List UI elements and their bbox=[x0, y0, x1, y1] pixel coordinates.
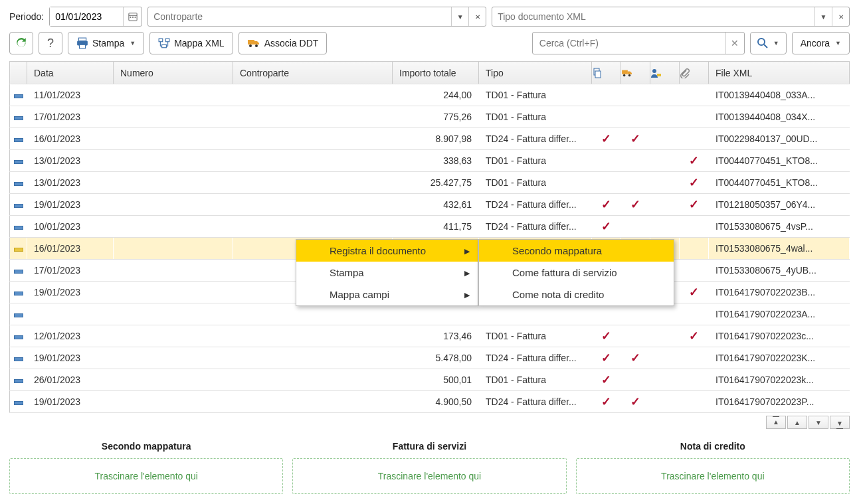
search-input[interactable] bbox=[533, 33, 725, 54]
check-icon: ✓ bbox=[601, 220, 611, 233]
tipodoc-input[interactable] bbox=[492, 7, 814, 26]
nav-last-button[interactable]: ▼ bbox=[830, 416, 850, 429]
periodo-date-field[interactable] bbox=[49, 7, 142, 27]
dropzone-nota[interactable]: Trascinare l'elemento qui bbox=[576, 458, 850, 494]
cell-file: IT016417907022023k... bbox=[709, 369, 850, 391]
periodo-date-input[interactable] bbox=[50, 7, 123, 26]
col-file[interactable]: File XML bbox=[709, 62, 850, 84]
search-icon bbox=[757, 38, 768, 48]
calendar-icon[interactable] bbox=[123, 7, 142, 26]
printer-icon bbox=[76, 37, 88, 49]
associa-ddt-button[interactable]: Associa DDT bbox=[239, 32, 328, 54]
menu-registra-documento[interactable]: Registra il documento ▶ bbox=[296, 240, 478, 262]
row-handle[interactable] bbox=[10, 369, 27, 391]
col-tipo[interactable]: Tipo bbox=[479, 62, 592, 84]
check-icon: ✓ bbox=[630, 198, 640, 211]
nav-first-button[interactable]: ▲ bbox=[766, 416, 786, 429]
cell-file: IT00229840137_00UD... bbox=[709, 128, 850, 150]
row-handle[interactable] bbox=[10, 106, 27, 128]
table-row[interactable]: 11/01/2023244,00TD01 - FatturaIT00139440… bbox=[10, 84, 850, 106]
check-icon: ✓ bbox=[689, 154, 699, 167]
row-handle[interactable] bbox=[10, 194, 27, 216]
table-row[interactable]: 19/01/20235.478,00TD24 - Fattura differ.… bbox=[10, 347, 850, 369]
row-handle[interactable] bbox=[10, 238, 27, 260]
cell-icon-1: ✓ bbox=[592, 347, 621, 369]
controparte-dropdown-icon[interactable]: ▼ bbox=[451, 7, 468, 26]
controparte-input[interactable] bbox=[148, 7, 451, 26]
cell-file: IT00440770451_KTO8... bbox=[709, 172, 850, 194]
row-handle[interactable] bbox=[10, 325, 27, 347]
table-row[interactable]: 26/01/2023500,01TD01 - Fattura✓IT0164179… bbox=[10, 369, 850, 391]
nav-next-button[interactable]: ▼ bbox=[809, 416, 828, 429]
svg-rect-2 bbox=[130, 17, 131, 18]
row-handle[interactable] bbox=[10, 260, 27, 282]
row-handle[interactable] bbox=[10, 128, 27, 150]
menu-stampa[interactable]: Stampa ▶ bbox=[296, 262, 478, 284]
tipodoc-clear-icon[interactable]: ✕ bbox=[832, 7, 849, 26]
cell-icon-3 bbox=[650, 303, 680, 325]
mappa-xml-button[interactable]: Mappa XML bbox=[149, 32, 233, 54]
search-field[interactable]: ✕ bbox=[532, 32, 745, 54]
cell-tipo: TD01 - Fattura bbox=[479, 150, 592, 172]
row-handle[interactable] bbox=[10, 282, 27, 303]
cell-tipo: TD24 - Fattura differ... bbox=[479, 347, 592, 369]
help-button[interactable]: ? bbox=[39, 32, 62, 54]
col-icon-4[interactable] bbox=[680, 62, 709, 84]
submenu-fattura-servizio[interactable]: Come fattura di servizio bbox=[479, 262, 674, 284]
cell-importo: 25.427,75 bbox=[393, 172, 479, 194]
cell-importo: 4.900,50 bbox=[393, 391, 479, 413]
menu-mappa-campi[interactable]: Mappa campi ▶ bbox=[296, 284, 478, 305]
dropzone-fattura[interactable]: Trascinare l'elemento qui bbox=[292, 458, 566, 494]
dropzone-secondo[interactable]: Trascinare l'elemento qui bbox=[9, 458, 283, 494]
triangle-up-bar-icon: ▲ bbox=[773, 418, 779, 426]
controparte-combo[interactable]: ▼ ✕ bbox=[147, 7, 486, 27]
refresh-button[interactable] bbox=[9, 32, 33, 54]
table-row[interactable]: 13/01/202325.427,75TD01 - Fattura✓IT0044… bbox=[10, 172, 850, 194]
nav-prev-button[interactable]: ▲ bbox=[787, 416, 807, 429]
col-icon-1[interactable] bbox=[592, 62, 621, 84]
col-icon-3[interactable] bbox=[650, 62, 680, 84]
col-icon-2[interactable] bbox=[621, 62, 650, 84]
row-handle[interactable] bbox=[10, 391, 27, 413]
row-handle[interactable] bbox=[10, 347, 27, 369]
col-controparte[interactable]: Controparte bbox=[233, 62, 393, 84]
tipodoc-combo[interactable]: ▼ ✕ bbox=[492, 7, 850, 27]
row-handle[interactable] bbox=[10, 303, 27, 325]
table-row[interactable]: 19/01/20234.900,50TD24 - Fattura differ.… bbox=[10, 391, 850, 413]
search-button[interactable]: ▼ bbox=[750, 32, 787, 54]
triangle-up-icon: ▲ bbox=[794, 419, 801, 426]
row-handle[interactable] bbox=[10, 172, 27, 194]
svg-rect-8 bbox=[159, 39, 163, 42]
col-numero[interactable]: Numero bbox=[114, 62, 233, 84]
cell-numero bbox=[114, 84, 233, 106]
search-clear-icon[interactable]: ✕ bbox=[725, 33, 744, 54]
col-data[interactable]: Data bbox=[27, 62, 114, 84]
row-handle[interactable] bbox=[10, 216, 27, 238]
cell-icon-4 bbox=[680, 238, 709, 260]
row-handle[interactable] bbox=[10, 150, 27, 172]
stampa-button[interactable]: Stampa ▼ bbox=[68, 32, 144, 54]
submenu-nota-credito[interactable]: Come nota di credito bbox=[479, 284, 674, 305]
submenu-secondo-mappatura[interactable]: Secondo mappatura bbox=[479, 240, 674, 262]
paperclip-icon bbox=[680, 68, 708, 78]
table-row[interactable]: 10/01/2023411,75TD24 - Fattura differ...… bbox=[10, 216, 850, 238]
cell-controparte bbox=[233, 216, 393, 238]
row-handle[interactable] bbox=[10, 84, 27, 106]
table-row[interactable]: 19/01/2023432,61TD24 - Fattura differ...… bbox=[10, 194, 850, 216]
table-row[interactable]: 16/01/20238.907,98TD24 - Fattura differ.… bbox=[10, 128, 850, 150]
table-row[interactable]: 17/01/2023775,26TD01 - FatturaIT00139440… bbox=[10, 106, 850, 128]
table-row[interactable]: 13/01/2023338,63TD01 - Fattura✓IT0044077… bbox=[10, 150, 850, 172]
col-importo[interactable]: Importo totale bbox=[393, 62, 479, 84]
cell-icon-2 bbox=[621, 106, 650, 128]
cell-tipo: TD01 - Fattura bbox=[479, 369, 592, 391]
col-handle[interactable] bbox=[10, 62, 27, 84]
cell-controparte bbox=[233, 391, 393, 413]
table-row[interactable]: IT016417907022023A... bbox=[10, 303, 850, 325]
ancora-button[interactable]: Ancora ▼ bbox=[792, 32, 850, 54]
cell-numero bbox=[114, 172, 233, 194]
tipodoc-dropdown-icon[interactable]: ▼ bbox=[814, 7, 832, 26]
cell-icon-4 bbox=[680, 84, 709, 106]
table-row[interactable]: 12/01/2023173,46TD01 - Fattura✓✓IT016417… bbox=[10, 325, 850, 347]
cell-controparte bbox=[233, 106, 393, 128]
controparte-clear-icon[interactable]: ✕ bbox=[468, 7, 486, 26]
